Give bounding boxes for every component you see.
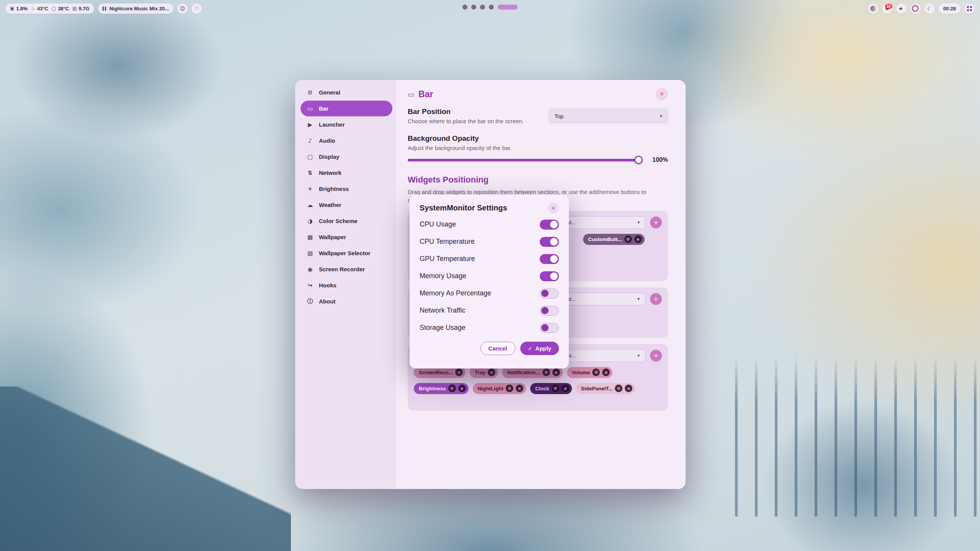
sidebar-item-launcher[interactable]: ▶ Launcher <box>301 117 392 132</box>
screen-record-chip[interactable] <box>910 3 921 14</box>
add-widget-button-right[interactable]: + <box>650 350 662 362</box>
toggle-row-gpu-temperature: GPU Temperature <box>420 250 559 267</box>
widget-chip-label: ScreenReco... <box>419 370 453 375</box>
cpu-icon: ▣ <box>10 6 14 11</box>
volume-chip[interactable] <box>896 3 906 14</box>
system-stats-chip[interactable]: ▣ 1.8% ♨ 43°C ▢ 38°C ▤ 9.7G <box>5 3 94 14</box>
apps-chip[interactable] <box>964 3 975 14</box>
toggle-row-cpu-usage: CPU Usage <box>420 216 559 233</box>
remove-widget-icon[interactable]: × <box>488 368 495 376</box>
network-traffic-toggle[interactable] <box>540 306 559 316</box>
toggle-row-network-traffic: Network Traffic <box>420 302 559 319</box>
opacity-slider-knob[interactable] <box>634 156 643 164</box>
sidebar-item-audio[interactable]: ♪ Audio <box>301 133 392 148</box>
notifications-chip[interactable]: 10 <box>882 3 892 14</box>
remove-widget-icon[interactable]: × <box>602 368 610 376</box>
widget-settings-icon[interactable]: ⚙ <box>615 385 622 392</box>
cpu-usage-toggle[interactable] <box>540 220 559 230</box>
widget-chip-sidepanel[interactable]: SidePanelT... ⚙ × <box>576 383 635 394</box>
sidebar-item-label: Wallpaper <box>319 234 346 240</box>
remove-widget-icon[interactable]: × <box>562 385 569 392</box>
cpu-temperature-toggle[interactable] <box>540 237 559 247</box>
color-picker-chip[interactable] <box>868 3 878 14</box>
media-player-chip[interactable]: Nightcore Music Mix 20... <box>98 3 173 14</box>
widget-settings-icon[interactable]: ⚙ <box>592 368 600 376</box>
widget-settings-icon[interactable]: ⚙ <box>552 385 559 392</box>
cancel-button[interactable]: Cancel <box>480 342 515 355</box>
sidebar-item-hooks[interactable]: ↪ Hooks <box>301 277 392 293</box>
opacity-slider[interactable] <box>408 159 642 161</box>
toggle-label: Memory Usage <box>420 272 466 280</box>
widgets-positioning-heading: Widgets Positioning <box>408 175 668 185</box>
sidebar-item-label: Weather <box>319 202 341 208</box>
sidebar-item-bar[interactable]: ▭ Bar <box>301 101 392 116</box>
close-window-button[interactable]: × <box>656 88 668 100</box>
workspace-dot-2[interactable] <box>471 5 476 10</box>
bar-position-dropdown[interactable]: Top ▾ <box>549 109 668 123</box>
smiley-icon: ☺ <box>180 6 185 11</box>
sidebar-item-label: Wallpaper Selector <box>319 250 371 256</box>
background-opacity-label: Background Opacity <box>408 134 668 143</box>
sidebar-item-weather[interactable]: ☁ Weather <box>301 197 392 213</box>
remove-widget-icon[interactable]: × <box>552 368 560 376</box>
workspace-dot-1[interactable] <box>462 5 467 10</box>
favorites-chip[interactable]: ♡ <box>191 3 202 14</box>
remove-widget-icon[interactable]: × <box>634 235 642 243</box>
images-icon: ▧ <box>306 250 314 257</box>
top-bar: ▣ 1.8% ♨ 43°C ▢ 38°C ▤ 9.7G Nightcore Mu… <box>0 0 980 15</box>
toggle-label: Memory As Percentage <box>420 289 491 297</box>
memory-usage-toggle[interactable] <box>540 271 559 281</box>
widget-chip-volume[interactable]: Volume ⚙ × <box>567 367 613 378</box>
memory-value: 9.7G <box>79 6 90 11</box>
widget-chip-label: Clock <box>535 386 549 391</box>
sidebar-item-wallpaper-selector[interactable]: ▧ Wallpaper Selector <box>301 245 392 261</box>
gpu-temperature-stat: ▢ 38°C <box>52 6 69 11</box>
sidebar-item-brightness[interactable]: ☀ Brightness <box>301 181 392 197</box>
widget-chip-brightness[interactable]: Brightness ⚙ × <box>414 383 469 394</box>
close-dialog-button[interactable]: × <box>548 202 559 214</box>
widget-chip-nightlight[interactable]: NightLight ⚙ × <box>473 383 526 394</box>
apply-button-label: Apply <box>535 345 551 352</box>
sidebar-item-wallpaper[interactable]: ▦ Wallpaper <box>301 229 392 245</box>
bar-position-label: Bar Position <box>408 108 524 116</box>
widget-settings-icon[interactable]: ⚙ <box>506 385 513 392</box>
sidebar-item-general[interactable]: ⚙ General <box>301 85 392 100</box>
clock-time: 00:28 <box>943 6 956 11</box>
color-scheme-icon: ◑ <box>306 218 314 225</box>
remove-widget-icon[interactable]: × <box>625 385 632 392</box>
widget-settings-icon[interactable]: ⚙ <box>624 235 632 243</box>
workspace-dot-3[interactable] <box>480 5 485 10</box>
widget-chip-clock[interactable]: Clock ⚙ × <box>530 383 572 394</box>
remove-widget-icon[interactable]: × <box>455 368 463 376</box>
add-widget-button-center[interactable]: + <box>650 293 662 305</box>
widget-chip-label: Notification... <box>507 370 540 375</box>
apply-button[interactable]: ✓ Apply <box>520 342 559 355</box>
media-title: Nightcore Music Mix 20... <box>109 6 169 11</box>
sidebar-item-network[interactable]: ⇅ Network <box>301 165 392 181</box>
gpu-temperature-toggle[interactable] <box>540 254 559 264</box>
sidebar-item-label: Brightness <box>319 186 349 192</box>
toggle-row-memory-usage: Memory Usage <box>420 267 559 285</box>
sidebar-item-display[interactable]: ▢ Display <box>301 149 392 165</box>
toggle-label: CPU Usage <box>420 220 456 228</box>
remove-widget-icon[interactable]: × <box>458 385 466 392</box>
storage-usage-toggle[interactable] <box>540 323 559 333</box>
workspace-dot-4[interactable] <box>489 5 494 10</box>
night-light-chip[interactable]: ☾ <box>924 3 935 14</box>
memory-as-percentage-toggle[interactable] <box>540 289 559 298</box>
remove-widget-icon[interactable]: × <box>516 385 523 392</box>
add-widget-button-left[interactable]: + <box>650 217 662 228</box>
widget-settings-icon[interactable]: ⚙ <box>542 368 550 376</box>
sidebar-item-color-scheme[interactable]: ◑ Color Scheme <box>301 213 392 229</box>
widget-chip-custombutton[interactable]: CustomButt... ⚙ × <box>583 234 645 245</box>
workspace-active-pill[interactable] <box>498 5 518 10</box>
sidebar-item-screen-recorder[interactable]: ◉ Screen Recorder <box>301 261 392 277</box>
sidebar-item-label: Display <box>319 153 339 160</box>
record-icon <box>912 5 919 12</box>
sidebar-item-label: Bar <box>319 105 328 112</box>
image-icon: ▦ <box>306 234 314 241</box>
widget-settings-icon[interactable]: ⚙ <box>448 385 456 392</box>
sidebar-item-about[interactable]: ⓘ About <box>301 293 392 309</box>
clock-chip[interactable]: 00:28 <box>939 3 960 14</box>
emoji-chip[interactable]: ☺ <box>177 3 188 14</box>
